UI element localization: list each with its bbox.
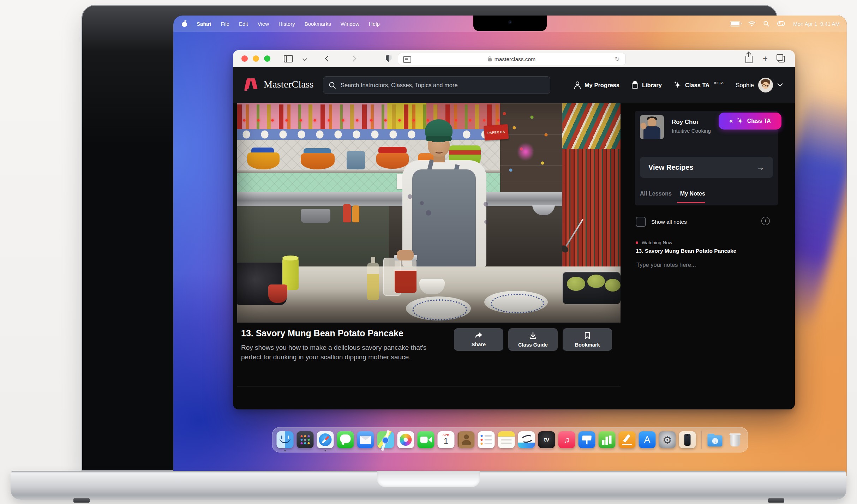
user-name: Sophie (736, 82, 754, 89)
privacy-shield-icon[interactable] (384, 50, 393, 67)
dock-icon-facetime[interactable] (418, 431, 435, 448)
bookmark-button[interactable]: Bookmark (563, 328, 612, 351)
macbook-foot (73, 498, 90, 503)
lesson-actions: Share Class Guide Bookmark (454, 328, 612, 351)
site-search-bar[interactable] (323, 76, 550, 94)
dock-icon-app-store[interactable]: A (639, 431, 656, 448)
masterclass-mark-icon (244, 78, 259, 91)
battery-icon[interactable] (730, 21, 740, 26)
address-bar[interactable]: masterclass.com ↻ (398, 53, 626, 65)
tab-my-notes[interactable]: My Notes (680, 191, 705, 197)
reader-view-icon[interactable] (403, 56, 411, 63)
back-button[interactable] (323, 50, 332, 67)
show-all-notes-label: Show all notes (651, 219, 687, 225)
apple-menu-icon[interactable] (182, 20, 187, 27)
nav-library[interactable]: Library (631, 81, 662, 89)
share-lesson-button[interactable]: Share (454, 328, 503, 351)
bookmark-label: Bookmark (575, 342, 600, 348)
lesson-title: 13. Savory Mung Bean Potato Pancake (241, 328, 403, 338)
menu-item-help[interactable]: Help (369, 21, 380, 27)
nav-class-ta[interactable]: Class TABETA (674, 81, 724, 89)
watching-now-label: Watching Now (642, 240, 672, 245)
library-icon (631, 81, 639, 89)
spotlight-search-icon[interactable] (763, 21, 769, 26)
forward-button[interactable] (349, 50, 358, 67)
instructor-name: Roy Choi (672, 119, 711, 126)
zoom-window-button[interactable] (264, 55, 270, 62)
reload-icon[interactable]: ↻ (615, 53, 620, 65)
dock-icon-contacts[interactable] (458, 431, 475, 448)
chevron-down-icon (777, 83, 783, 87)
screen: Safari File Edit View History Bookmarks … (173, 16, 847, 476)
dock-icon-reminders[interactable] (478, 431, 495, 448)
class-ta-button-label: Class TA (747, 118, 771, 124)
dock-icon-keynote[interactable] (579, 431, 595, 448)
dock-icon-notes[interactable] (498, 431, 515, 448)
menu-item-edit[interactable]: Edit (239, 21, 248, 27)
tab-overview-button[interactable] (775, 50, 786, 67)
menu-item-file[interactable]: File (221, 21, 229, 27)
dock-icon-maps[interactable] (377, 431, 394, 448)
beta-badge: BETA (714, 81, 724, 85)
dock-icon-numbers[interactable] (599, 431, 616, 448)
show-all-notes-checkbox[interactable] (636, 217, 646, 227)
camera-icon (508, 20, 512, 24)
close-window-button[interactable] (241, 55, 248, 62)
nav-my-progress-label: My Progress (585, 82, 619, 89)
watching-now-dot (636, 241, 638, 244)
watching-now-row: Watching Now (636, 240, 672, 245)
new-tab-button[interactable]: + (760, 50, 770, 67)
collapse-panel-icon[interactable]: « (729, 117, 733, 125)
masterclass-logo-text: MasterClass (264, 79, 314, 90)
menu-item-bookmarks[interactable]: Bookmarks (305, 21, 331, 27)
macbook-lid-scoop (377, 471, 480, 487)
arrow-right-icon: → (756, 162, 765, 172)
nav-my-progress[interactable]: My Progress (574, 81, 619, 89)
safari-window: masterclass.com ↻ + MasterClass (233, 50, 795, 409)
dock-icon-system-settings[interactable]: ⚙ (659, 431, 676, 448)
minimize-window-button[interactable] (253, 55, 259, 62)
dock-icon-music[interactable]: ♫ (558, 431, 575, 448)
share-button[interactable] (744, 50, 754, 67)
menu-item-safari[interactable]: Safari (197, 21, 211, 27)
desktop-background: Safari File Edit View History Bookmarks … (0, 0, 857, 504)
dock-icon-launchpad[interactable] (297, 431, 314, 448)
menu-bar-clock[interactable]: Mon Apr 1 9:41 AM (793, 21, 840, 27)
menu-item-view[interactable]: View (258, 21, 269, 27)
running-indicator (284, 450, 286, 451)
instructor-course: Intuitive Cooking (672, 128, 711, 134)
dock-icon-downloads[interactable]: ↓ (707, 431, 724, 448)
search-input[interactable] (340, 82, 544, 89)
dock-icon-safari[interactable] (317, 431, 334, 448)
dock-icon-apple-tv[interactable]: tv (538, 431, 555, 448)
tab-all-lessons[interactable]: All Lessons (640, 191, 672, 197)
dock-icon-photos[interactable] (397, 431, 414, 448)
view-recipes-button[interactable]: View Recipes → (640, 157, 773, 178)
wifi-icon[interactable] (748, 21, 755, 26)
dock-icon-iphone-mirroring[interactable] (679, 431, 696, 448)
menu-item-history[interactable]: History (278, 21, 295, 27)
avatar[interactable] (758, 78, 773, 92)
page-divider (237, 386, 621, 386)
dock-icon-messages[interactable] (337, 431, 354, 448)
dock-icon-freeform[interactable] (518, 431, 535, 448)
masterclass-logo[interactable]: MasterClass (244, 78, 314, 91)
notes-input[interactable] (636, 261, 771, 269)
info-icon[interactable]: i (761, 217, 770, 225)
dock-icon-pages[interactable] (619, 431, 636, 448)
dock-icon-trash[interactable] (727, 431, 744, 448)
dock-icon-mail[interactable] (357, 431, 374, 448)
sidebar-chevron-icon[interactable] (301, 50, 308, 67)
class-guide-button[interactable]: Class Guide (508, 328, 558, 351)
account-menu[interactable]: Sophie (736, 78, 783, 92)
site-header: MasterClass My Progress (233, 67, 795, 103)
sidebar-toggle-button[interactable] (283, 50, 294, 67)
control-center-icon[interactable] (777, 21, 785, 26)
lock-icon (488, 58, 492, 61)
menu-item-window[interactable]: Window (341, 21, 359, 27)
video-player[interactable]: PAPER HA (237, 103, 621, 323)
dock-icon-calendar[interactable]: APR1 (438, 431, 455, 448)
class-ta-panel: Roy Choi Intuitive Cooking « Class TA Vi (635, 103, 795, 409)
class-ta-button[interactable]: « Class TA (719, 113, 781, 130)
dock-icon-finder[interactable] (277, 431, 294, 448)
